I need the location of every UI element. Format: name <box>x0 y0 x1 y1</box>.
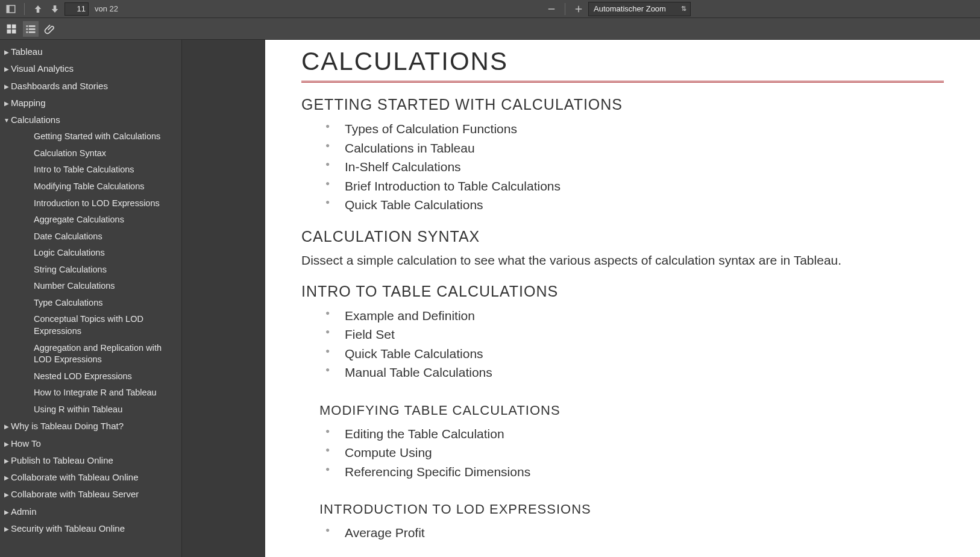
triangle-right-icon[interactable]: ▶ <box>2 525 11 533</box>
section-heading: CALCULATION SYNTAX <box>301 228 944 245</box>
outline-item[interactable]: ▶Admin <box>0 503 181 520</box>
triangle-right-icon[interactable]: ▶ <box>2 99 11 108</box>
minus-icon <box>546 4 557 14</box>
outline-list[interactable]: ▶Tableau▶Visual Analytics▶Dashboards and… <box>0 40 181 557</box>
outline-subitem[interactable]: ▶Getting Started with Calculations <box>0 128 181 145</box>
svg-rect-5 <box>7 24 11 28</box>
zoom-out-button[interactable] <box>544 2 559 16</box>
document-viewer[interactable]: CALCULATIONS GETTING STARTED WITH CALCUL… <box>182 40 980 557</box>
page-title: CALCULATIONS <box>301 47 944 76</box>
triangle-right-icon[interactable]: ▶ <box>2 83 11 91</box>
section-bullets: Editing the Table CalculationCompute Usi… <box>325 424 944 482</box>
bullet-item: Compute Using <box>325 443 944 462</box>
section-bullets: Average Profit <box>325 523 944 543</box>
bullet-item: Field Set <box>325 325 944 344</box>
triangle-down-icon[interactable]: ▼ <box>2 116 11 125</box>
outline-subitem-label: Using R within Tableau <box>24 404 178 416</box>
outline-subitem[interactable]: ▶Conceptual Topics with LOD Expressions <box>0 311 181 339</box>
pdf-top-toolbar: von 22 Automatischer Zoom ⇅ <box>0 0 980 18</box>
zoom-select[interactable]: Automatischer Zoom ⇅ <box>588 2 691 16</box>
triangle-right-icon[interactable]: ▶ <box>2 474 11 482</box>
outline-subitem-label: Type Calculations <box>24 297 178 309</box>
bullet-item: Average Profit <box>325 523 944 543</box>
outline-subitem-label: Number Calculations <box>24 280 178 292</box>
outline-subitem[interactable]: ▶Modifying Table Calculations <box>0 178 181 195</box>
outline-item[interactable]: ▶Mapping <box>0 95 181 112</box>
plus-icon <box>573 4 584 14</box>
outline-subitem-label: Nested LOD Expressions <box>24 371 178 383</box>
attachments-view-button[interactable] <box>42 21 58 37</box>
prev-page-button[interactable] <box>31 2 45 16</box>
sidebar-mode-bar <box>0 18 980 40</box>
outline-subitem-label: Aggregation and Replication with LOD Exp… <box>24 342 178 366</box>
triangle-right-icon[interactable]: ▶ <box>2 423 11 431</box>
outline-item-label: Collaborate with Tableau Online <box>11 471 178 483</box>
arrow-down-icon <box>49 4 60 14</box>
outline-item-label: Why is Tableau Doing That? <box>11 420 178 432</box>
triangle-right-icon[interactable]: ▶ <box>2 491 11 499</box>
page-total: 22 <box>110 4 118 13</box>
outline-subitem-label: Intro to Table Calculations <box>24 164 178 176</box>
outline-item[interactable]: ▶Tableau <box>0 43 181 60</box>
outline-subitem[interactable]: ▶Using R within Tableau <box>0 401 181 418</box>
svg-rect-12 <box>29 28 36 30</box>
triangle-right-icon[interactable]: ▶ <box>2 508 11 517</box>
chevron-updown-icon: ⇅ <box>681 5 686 13</box>
outline-item-label: How To <box>11 438 178 450</box>
outline-item[interactable]: ▶Why is Tableau Doing That? <box>0 418 181 435</box>
toggle-sidebar-button[interactable] <box>4 2 18 16</box>
list-icon <box>25 23 37 35</box>
outline-subitem-label: Getting Started with Calculations <box>24 131 178 143</box>
triangle-right-icon[interactable]: ▶ <box>2 65 11 74</box>
section-paragraph: Dissect a simple calculation to see what… <box>301 251 944 269</box>
outline-subitem[interactable]: ▶How to Integrate R and Tableau <box>0 385 181 401</box>
page-number-input[interactable] <box>64 2 89 16</box>
section-heading: INTRO TO TABLE CALCULATIONS <box>301 283 944 300</box>
outline-subitem[interactable]: ▶Type Calculations <box>0 295 181 312</box>
svg-rect-11 <box>27 28 28 30</box>
section-heading: GETTING STARTED WITH CALCULATIONS <box>301 96 944 113</box>
outline-item[interactable]: ▶Security with Tableau Online <box>0 520 181 537</box>
triangle-right-icon[interactable]: ▶ <box>2 440 11 448</box>
arrow-up-icon <box>33 4 43 14</box>
thumbnails-view-button[interactable] <box>4 21 19 37</box>
outline-item[interactable]: ▶Publish to Tableau Online <box>0 452 181 469</box>
outline-subitem-label: How to Integrate R and Tableau <box>24 387 178 399</box>
outline-subitem[interactable]: ▶Introduction to LOD Expressions <box>0 195 181 212</box>
outline-item[interactable]: ▶Dashboards and Stories <box>0 78 181 95</box>
outline-subitem[interactable]: ▶Calculation Syntax <box>0 145 181 162</box>
zoom-select-label: Automatischer Zoom <box>594 4 666 13</box>
outline-subitem[interactable]: ▶Aggregation and Replication with LOD Ex… <box>0 340 181 368</box>
outline-subitem[interactable]: ▶Date Calculations <box>0 228 181 245</box>
svg-rect-8 <box>12 29 16 33</box>
document-page: CALCULATIONS GETTING STARTED WITH CALCUL… <box>265 40 980 557</box>
outline-subitem[interactable]: ▶Number Calculations <box>0 278 181 295</box>
page-of-prefix: von <box>95 4 107 13</box>
section-bullets: Example and DefinitionField SetQuick Tab… <box>325 306 944 382</box>
outline-item[interactable]: ▶How To <box>0 435 181 452</box>
outline-subitem[interactable]: ▶Aggregate Calculations <box>0 212 181 228</box>
outline-subitem[interactable]: ▶Logic Calculations <box>0 245 181 262</box>
bullet-item: Types of Calculation Functions <box>325 119 944 139</box>
triangle-right-icon[interactable]: ▶ <box>2 48 11 57</box>
outline-item-label: Tableau <box>11 46 178 58</box>
zoom-in-button[interactable] <box>571 2 586 16</box>
outline-subitem[interactable]: ▶Intro to Table Calculations <box>0 162 181 178</box>
next-page-button[interactable] <box>48 2 62 16</box>
outline-subitem[interactable]: ▶Nested LOD Expressions <box>0 368 181 385</box>
triangle-right-icon[interactable]: ▶ <box>2 457 11 465</box>
outline-subitem[interactable]: ▶String Calculations <box>0 262 181 278</box>
outline-sidebar: ▶Tableau▶Visual Analytics▶Dashboards and… <box>0 40 182 557</box>
svg-rect-10 <box>29 25 36 27</box>
bullet-item: Editing the Table Calculation <box>325 424 944 444</box>
sidebar-icon <box>5 4 16 14</box>
svg-rect-4 <box>578 5 579 12</box>
outline-item-label: Mapping <box>11 97 178 109</box>
bullet-item: Example and Definition <box>325 306 944 326</box>
outline-item[interactable]: ▶Collaborate with Tableau Online <box>0 469 181 486</box>
outline-view-button[interactable] <box>23 21 39 37</box>
outline-item[interactable]: ▶Visual Analytics <box>0 60 181 77</box>
outline-item[interactable]: ▼Calculations <box>0 112 181 128</box>
outline-subitem-label: Aggregate Calculations <box>24 214 178 226</box>
outline-item[interactable]: ▶Collaborate with Tableau Server <box>0 486 181 503</box>
